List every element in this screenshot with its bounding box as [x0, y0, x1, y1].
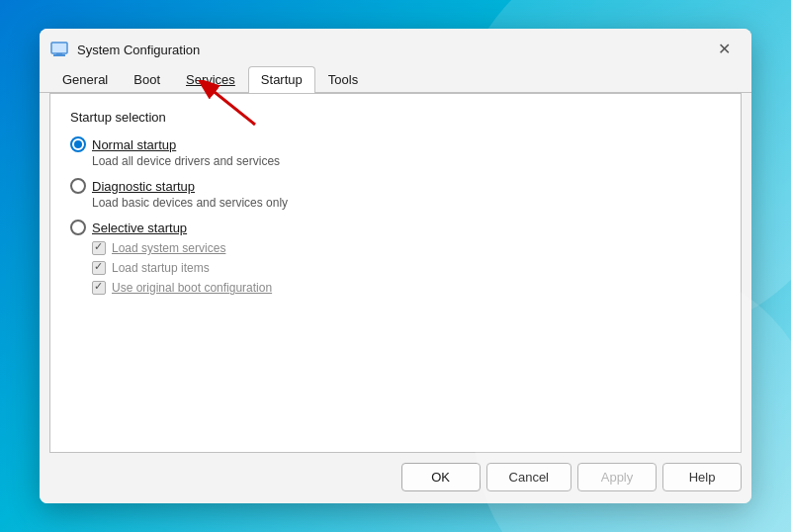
- app-icon: [49, 42, 69, 57]
- normal-startup-desc: Load all device drivers and services: [92, 154, 721, 168]
- load-system-services-row: Load system services: [92, 241, 721, 255]
- tab-services[interactable]: Services: [173, 66, 248, 93]
- dialog-title: System Configuration: [77, 43, 702, 57]
- diagnostic-startup-desc: Load basic devices and services only: [92, 196, 721, 210]
- load-startup-items-row: Load startup items: [92, 261, 721, 275]
- diagnostic-startup-label[interactable]: Diagnostic startup: [92, 179, 195, 194]
- system-configuration-dialog: System Configuration ✕ General Boot Serv…: [40, 29, 751, 503]
- load-system-services-checkbox[interactable]: [92, 241, 106, 255]
- cancel-button[interactable]: Cancel: [486, 463, 571, 491]
- diagnostic-startup-radio[interactable]: [70, 178, 86, 194]
- title-bar: System Configuration ✕: [40, 29, 751, 66]
- tab-bar: General Boot Services Startup Tools: [40, 66, 751, 93]
- selective-startup-checkboxes: Load system services Load startup items …: [92, 241, 721, 295]
- diagnostic-startup-option: Diagnostic startup Load basic devices an…: [70, 178, 721, 210]
- selective-startup-radio[interactable]: [70, 220, 86, 235]
- svg-rect-1: [53, 54, 65, 56]
- load-startup-items-label[interactable]: Load startup items: [112, 261, 210, 275]
- section-title: Startup selection: [70, 110, 721, 125]
- load-system-services-label[interactable]: Load system services: [112, 241, 225, 255]
- help-button[interactable]: Help: [662, 463, 742, 491]
- tab-boot[interactable]: Boot: [121, 66, 173, 93]
- tab-startup[interactable]: Startup: [248, 66, 315, 93]
- normal-startup-option: Normal startup Load all device drivers a…: [70, 136, 721, 168]
- normal-startup-radio[interactable]: [70, 136, 86, 152]
- selective-startup-label[interactable]: Selective startup: [92, 221, 187, 235]
- svg-rect-2: [56, 53, 62, 54]
- load-startup-items-checkbox[interactable]: [92, 261, 106, 275]
- button-area: OK Cancel Apply Help: [40, 453, 751, 503]
- use-original-boot-checkbox[interactable]: [92, 281, 106, 295]
- apply-button[interactable]: Apply: [577, 463, 657, 491]
- close-button[interactable]: ✕: [710, 39, 738, 60]
- button-row: OK Cancel Apply Help: [49, 463, 742, 491]
- selective-startup-option: Selective startup Load system services L…: [70, 220, 721, 295]
- tab-general[interactable]: General: [49, 66, 121, 93]
- use-original-boot-label[interactable]: Use original boot configuration: [112, 281, 272, 295]
- svg-rect-0: [51, 43, 67, 53]
- ok-button[interactable]: OK: [401, 463, 481, 491]
- tab-tools[interactable]: Tools: [315, 66, 371, 93]
- use-original-boot-row: Use original boot configuration: [92, 281, 721, 295]
- normal-startup-label[interactable]: Normal startup: [92, 137, 176, 152]
- main-content: Startup selection Normal startup Load al…: [49, 93, 742, 453]
